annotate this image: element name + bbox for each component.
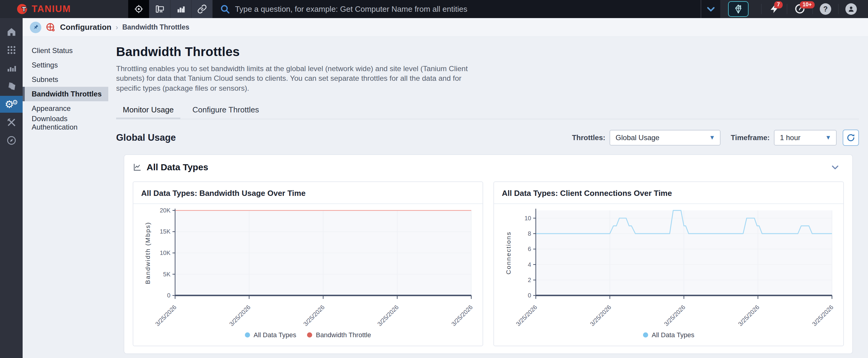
timeframe-label: Timeframe: bbox=[731, 133, 770, 142]
svg-text:Connections: Connections bbox=[505, 231, 512, 274]
topbar-separator bbox=[761, 4, 762, 14]
bar-chart-icon bbox=[6, 63, 17, 73]
endpoints-mode-button[interactable] bbox=[149, 0, 170, 18]
connect-mode-button[interactable] bbox=[191, 0, 213, 18]
pin-button[interactable] bbox=[30, 22, 41, 33]
throttles-select-value: Global Usage bbox=[616, 133, 659, 142]
all-data-types-card: All Data Types All Data Types: Bandwidth… bbox=[124, 154, 853, 354]
svg-text:3/25/2026: 3/25/2026 bbox=[450, 304, 474, 328]
activity-button[interactable]: 10+ bbox=[793, 2, 806, 16]
all-data-types-header[interactable]: All Data Types bbox=[133, 162, 844, 172]
svg-text:3/25/2026: 3/25/2026 bbox=[228, 304, 252, 328]
tanium-logo[interactable]: TANIUM bbox=[0, 0, 83, 18]
tab-configure-throttles[interactable]: Configure Throttles bbox=[186, 102, 266, 119]
bandwidth-usage-chart: 05K10K15K20K3/25/20263/25/20263/25/20263… bbox=[141, 206, 475, 329]
timeframe-select[interactable]: 1 hour ▼ bbox=[774, 130, 837, 145]
svg-text:3/25/2026: 3/25/2026 bbox=[589, 304, 613, 328]
select-caret-icon: ▼ bbox=[703, 134, 715, 141]
svg-text:8: 8 bbox=[528, 230, 531, 237]
client-connections-chart: 02468103/25/20263/25/20263/25/20263/25/2… bbox=[502, 206, 835, 329]
svg-text:5K: 5K bbox=[163, 271, 171, 278]
metrics-mode-button[interactable] bbox=[170, 0, 191, 18]
connections-chart-legend: All Data Types bbox=[502, 331, 835, 341]
svg-text:3/25/2026: 3/25/2026 bbox=[376, 304, 400, 328]
legend-item[interactable]: Bandwidth Throttle bbox=[307, 331, 371, 339]
legend-item[interactable]: All Data Types bbox=[245, 331, 296, 339]
help-icon: ? bbox=[820, 3, 831, 15]
connections-chart-title: All Data Types: Client Connections Over … bbox=[502, 189, 835, 198]
global-usage-toolbar: Global Usage Throttles: Global Usage ▼ T… bbox=[116, 130, 859, 146]
legend-label: All Data Types bbox=[652, 331, 694, 339]
sidebar-item-client-status[interactable]: Client Status bbox=[23, 43, 108, 58]
rail-content-button[interactable] bbox=[0, 78, 23, 95]
connections-chart-panel: All Data Types: Client Connections Over … bbox=[493, 182, 844, 346]
breadcrumb-current-page: Bandwidth Throttles bbox=[122, 23, 189, 31]
content-area: Configuration › Bandwidth Throttles Clie… bbox=[23, 18, 868, 358]
rail-configuration-button[interactable]: ⚙⚙ bbox=[0, 96, 23, 113]
svg-text:15K: 15K bbox=[160, 228, 171, 235]
breadcrumb-module-link[interactable]: Configuration bbox=[60, 23, 111, 32]
svg-text:4: 4 bbox=[528, 261, 531, 268]
svg-text:6: 6 bbox=[528, 246, 531, 252]
notifications-badge: 7 bbox=[774, 1, 783, 8]
rail-administration-button[interactable] bbox=[0, 114, 23, 131]
timeframe-select-value: 1 hour bbox=[780, 133, 801, 142]
topbar-actions: 7 10+ ? bbox=[720, 0, 868, 18]
gears-icon: ⚙⚙ bbox=[4, 99, 18, 109]
body-row: Client Status Settings Subnets Bandwidth… bbox=[23, 37, 868, 358]
bandwidth-chart-title: All Data Types: Bandwidth Usage Over Tim… bbox=[141, 189, 475, 198]
top-bar: TANIUM bbox=[0, 0, 868, 18]
sidebar-item-settings[interactable]: Settings bbox=[23, 58, 108, 72]
refresh-icon bbox=[846, 133, 855, 142]
ai-assistant-button[interactable] bbox=[728, 1, 749, 17]
legend-label: Bandwidth Throttle bbox=[316, 331, 371, 339]
tanium-logo-icon bbox=[17, 3, 29, 15]
svg-text:0: 0 bbox=[167, 292, 170, 299]
configuration-sidebar: Client Status Settings Subnets Bandwidth… bbox=[23, 37, 113, 358]
rail-home-button[interactable] bbox=[0, 24, 23, 40]
legend-item[interactable]: All Data Types bbox=[643, 331, 694, 339]
charts-row: All Data Types: Bandwidth Usage Over Tim… bbox=[133, 182, 844, 346]
panel-divider bbox=[133, 203, 483, 204]
bandwidth-chart-legend: All Data TypesBandwidth Throttle bbox=[141, 331, 475, 341]
bandwidth-chart-panel: All Data Types: Bandwidth Usage Over Tim… bbox=[133, 182, 483, 346]
configuration-module-icon bbox=[45, 22, 56, 33]
layers-icon bbox=[6, 81, 17, 91]
topbar-gap bbox=[83, 0, 128, 18]
sidebar-item-downloads-authentication[interactable]: Downloads Authentication bbox=[23, 116, 108, 130]
chevron-down-icon bbox=[706, 4, 716, 14]
collapse-chevron-down-icon[interactable] bbox=[831, 163, 840, 172]
user-menu-button[interactable] bbox=[844, 2, 858, 16]
throttles-select[interactable]: Global Usage ▼ bbox=[610, 130, 720, 145]
rail-reporting-button[interactable] bbox=[0, 60, 23, 76]
sidebar-item-subnets[interactable]: Subnets bbox=[23, 72, 108, 87]
line-chart-icon bbox=[133, 163, 142, 172]
tanium-logo-text: TANIUM bbox=[32, 4, 71, 14]
refresh-button[interactable] bbox=[843, 130, 859, 146]
tab-bar: Monitor Usage Configure Throttles bbox=[116, 102, 859, 119]
link-icon bbox=[197, 4, 207, 14]
search-expand-chevron[interactable] bbox=[702, 0, 720, 18]
all-data-types-title: All Data Types bbox=[147, 162, 208, 172]
svg-text:10: 10 bbox=[525, 215, 531, 222]
sidebar-item-appearance[interactable]: Appearance bbox=[23, 101, 108, 116]
rail-modules-button[interactable] bbox=[0, 41, 23, 59]
bar-chart-icon bbox=[176, 4, 186, 14]
search-icon bbox=[220, 4, 230, 14]
tab-monitor-usage[interactable]: Monitor Usage bbox=[116, 102, 180, 119]
legend-dot-icon bbox=[643, 332, 648, 337]
notifications-button[interactable]: 7 bbox=[768, 2, 781, 16]
svg-text:10K: 10K bbox=[160, 250, 171, 256]
interact-target-mode-button[interactable] bbox=[128, 0, 149, 18]
help-button[interactable]: ? bbox=[819, 2, 832, 16]
svg-text:3/25/2026: 3/25/2026 bbox=[154, 304, 178, 328]
computer-icon bbox=[155, 4, 165, 14]
svg-text:3/25/2026: 3/25/2026 bbox=[737, 304, 761, 328]
module-rail: ⚙⚙ bbox=[0, 18, 23, 358]
rail-explore-button[interactable] bbox=[0, 132, 23, 149]
search-input[interactable] bbox=[235, 4, 693, 14]
tools-icon bbox=[6, 117, 17, 127]
sidebar-item-bandwidth-throttles[interactable]: Bandwidth Throttles bbox=[23, 87, 108, 101]
svg-text:3/25/2026: 3/25/2026 bbox=[515, 304, 539, 328]
svg-text:0: 0 bbox=[528, 292, 531, 299]
